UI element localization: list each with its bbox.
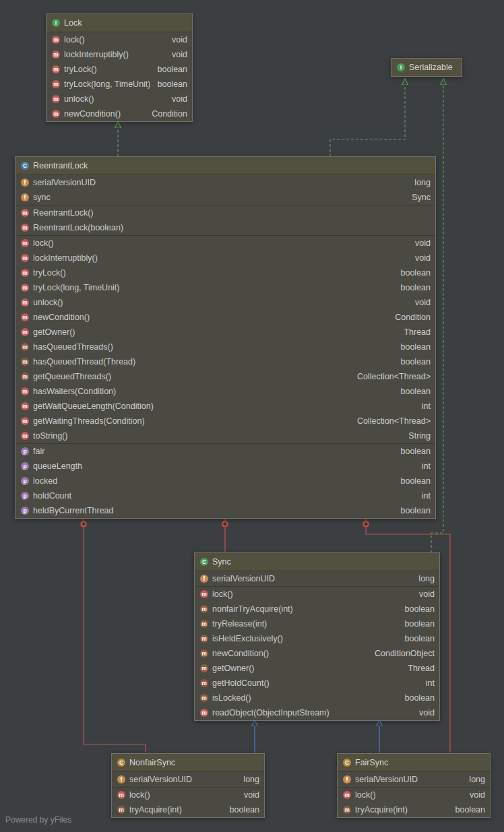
abstract-method-icon: m [52, 51, 60, 59]
member-type: boolean [230, 802, 260, 817]
class-node-serializable[interactable]: I Serializable [391, 58, 462, 77]
member-name: tryLock(long, TimeUnit) [33, 280, 121, 295]
edge-reentrantlock-innerclass-nonfairsync[interactable] [84, 517, 146, 753]
member-row[interactable]: mbooleanhasWaiters(Condition) [15, 384, 435, 399]
member-row[interactable]: mbooleannonfairTryAcquire(int) [195, 602, 439, 616]
member-row[interactable]: flongserialVersionUID [15, 175, 435, 190]
member-row[interactable]: mvoidlockInterruptibly() [15, 251, 435, 265]
member-type: boolean [405, 691, 435, 705]
method-icon: m [21, 387, 29, 395]
class-header[interactable]: I Serializable [391, 59, 462, 76]
member-row[interactable]: mvoidlock() [46, 32, 192, 47]
constructor-icon: m [21, 224, 29, 232]
member-row[interactable]: mvoidlock() [15, 236, 435, 251]
class-node-sync[interactable]: C Sync flongserialVersionUIDmvoidlock()m… [194, 552, 440, 721]
property-icon: p [21, 447, 29, 455]
member-row[interactable]: mvoidlockInterruptibly() [46, 47, 192, 62]
member-row[interactable]: mbooleanhasQueuedThreads() [15, 340, 435, 354]
member-name: getHoldCount() [212, 676, 270, 691]
class-node-lock[interactable]: I Lock mvoidlock()mvoidlockInterruptibly… [46, 13, 193, 122]
member-row[interactable]: flongserialVersionUID [195, 571, 439, 586]
member-row[interactable]: mbooleanisHeldExclusively() [195, 631, 439, 646]
member-row[interactable]: mbooleantryLock(long, TimeUnit) [15, 280, 435, 295]
edge-reentrantlock-implements-serializable[interactable] [330, 79, 405, 156]
member-row[interactable]: pbooleanheldByCurrentThread [15, 503, 435, 518]
member-row[interactable]: mConditionnewCondition() [15, 310, 435, 325]
member-row[interactable]: flongserialVersionUID [338, 772, 490, 787]
method-icon: m [21, 269, 29, 277]
member-row[interactable]: pbooleanlocked [15, 474, 435, 488]
uml-diagram-canvas: Powered by yFiles I Lock mvoidlock()mvoi… [0, 0, 504, 832]
member-row[interactable]: mintgetHoldCount() [195, 676, 439, 691]
member-row[interactable]: mCollection<Thread>getQueuedThreads() [15, 369, 435, 384]
member-type: int [426, 676, 435, 691]
member-row[interactable]: mbooleantryRelease(int) [195, 616, 439, 631]
member-name: ReentrantLock() [33, 205, 94, 220]
method-icon: m [21, 432, 29, 440]
member-row[interactable]: mbooleantryLock() [15, 265, 435, 280]
member-row[interactable]: mThreadgetOwner() [195, 661, 439, 676]
member-row[interactable]: mbooleanisLocked() [195, 691, 439, 705]
class-node-nonfairsync[interactable]: C NonfairSync flongserialVersionUIDmvoid… [111, 753, 265, 818]
member-row[interactable]: mvoidlock() [195, 587, 439, 602]
member-row[interactable]: mvoidunlock() [46, 92, 192, 106]
member-type: void [415, 251, 431, 265]
member-type: int [422, 488, 431, 503]
member-row[interactable]: mThreadgetOwner() [15, 325, 435, 340]
member-row[interactable]: mbooleantryLock(long, TimeUnit) [46, 77, 192, 92]
member-name: heldByCurrentThread [33, 503, 115, 518]
inner-class-anchor-icon [363, 521, 369, 527]
class-header[interactable]: C NonfairSync [112, 754, 264, 772]
member-name: unlock() [33, 295, 63, 310]
class-icon: C [21, 162, 29, 170]
member-type: boolean [401, 384, 431, 399]
member-type: boolean [405, 602, 435, 616]
member-name: lockInterruptibly() [64, 47, 129, 62]
member-row[interactable]: mintgetWaitQueueLength(Condition) [15, 399, 435, 414]
member-name: newCondition() [64, 106, 121, 121]
member-row[interactable]: mbooleantryAcquire(int) [338, 802, 490, 817]
method-icon: m [21, 284, 29, 292]
member-row[interactable]: pintqueueLength [15, 459, 435, 474]
member-row[interactable]: pbooleanfair [15, 444, 435, 459]
class-header[interactable]: I Lock [46, 14, 192, 32]
member-row[interactable]: mvoidlock() [112, 788, 264, 802]
class-header[interactable]: C Sync [195, 553, 439, 571]
member-row[interactable]: mConditionObjectnewCondition() [195, 646, 439, 661]
member-type: void [172, 32, 187, 47]
method-icon: m [21, 254, 29, 262]
member-row[interactable]: mReentrantLock(boolean) [15, 220, 435, 235]
class-header[interactable]: C FairSync [338, 754, 490, 772]
member-row[interactable]: mReentrantLock() [15, 205, 435, 220]
member-row[interactable]: mvoidreadObject(ObjectInputStream) [195, 705, 439, 720]
member-type: boolean [405, 616, 435, 631]
member-row[interactable]: mbooleanhasQueuedThread(Thread) [15, 354, 435, 369]
class-node-fairsync[interactable]: C FairSync flongserialVersionUIDmvoidloc… [337, 753, 491, 818]
member-row[interactable]: fSyncsync [15, 190, 435, 205]
member-row[interactable]: mbooleantryLock() [46, 62, 192, 77]
member-type: void [419, 705, 435, 720]
member-type: void [415, 236, 431, 251]
member-type: void [470, 788, 485, 802]
member-row[interactable]: mvoidunlock() [15, 295, 435, 310]
class-node-reentrantlock[interactable]: C ReentrantLock flongserialVersionUIDfSy… [15, 156, 436, 519]
member-row[interactable]: mConditionnewCondition() [46, 106, 192, 121]
member-type: boolean [158, 77, 188, 92]
member-type: boolean [401, 354, 431, 369]
static-field-icon: f [21, 179, 29, 187]
final-method-icon: m [200, 635, 208, 643]
abstract-method-icon: m [52, 65, 60, 73]
member-name: holdCount [33, 488, 72, 503]
member-row[interactable]: pintholdCount [15, 488, 435, 503]
member-type: Collection<Thread> [357, 414, 431, 428]
member-row[interactable]: mCollection<Thread>getWaitingThreads(Con… [15, 414, 435, 428]
member-row[interactable]: flongserialVersionUID [112, 772, 264, 787]
class-title: NonfairSync [129, 754, 175, 771]
class-header[interactable]: C ReentrantLock [15, 157, 435, 175]
member-row[interactable]: mbooleantryAcquire(int) [112, 802, 264, 817]
method-icon: m [200, 709, 208, 717]
member-row[interactable]: mStringtoString() [15, 428, 435, 443]
member-type: void [419, 587, 435, 602]
member-type: int [422, 399, 431, 414]
member-row[interactable]: mvoidlock() [338, 788, 490, 802]
